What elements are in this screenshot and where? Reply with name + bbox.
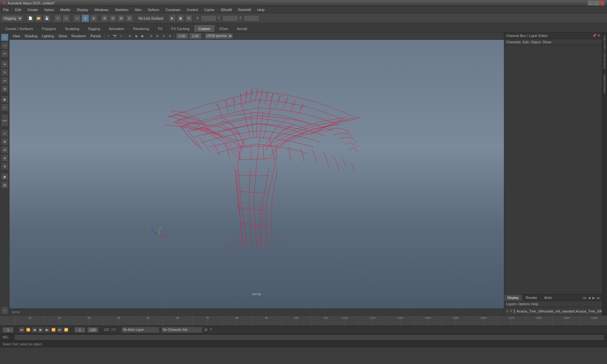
move-tool[interactable]: ✛ [1, 60, 9, 68]
menu-edit[interactable]: Edit [14, 7, 22, 12]
prev-keyframe-button[interactable]: ⏪ [25, 327, 31, 333]
save-file-button[interactable]: 💾 [43, 15, 50, 22]
channel-box-expand-button[interactable]: ⬆ [598, 34, 600, 37]
soft-modification-tool[interactable]: ◉ [1, 95, 9, 103]
show-manipulator[interactable]: ☉ [1, 104, 9, 111]
char-set-settings[interactable]: ⚙ [204, 328, 208, 332]
lasso-select-tool[interactable]: ⊸ [1, 42, 9, 49]
tab-fx-caching[interactable]: FX Caching [167, 25, 193, 32]
snap-surface-button[interactable]: ⊡ [126, 15, 133, 22]
char-set-label[interactable]: No Character Set [161, 327, 202, 333]
tab-curves-surfaces[interactable]: Curves / Surfaces [1, 25, 37, 32]
edge-tab-attribute-editor[interactable]: Attribute Editor [602, 72, 607, 96]
edge-tab-channel-box[interactable]: Channel Box / Layer Editor [602, 32, 607, 72]
menu-modify[interactable]: Modify [59, 7, 71, 12]
menu-deform[interactable]: Deform [147, 7, 161, 12]
tab-fx[interactable]: FX [154, 25, 167, 32]
layer-nav-back[interactable]: ◀ [587, 296, 591, 300]
menu-3dtool[interactable]: 3DtoAll [219, 7, 233, 12]
cb-tab-show[interactable]: Show [543, 40, 551, 44]
select-tool-button[interactable]: ⊹ [74, 15, 81, 22]
cb-tab-edit[interactable]: Edit [523, 40, 529, 44]
viewport-canvas[interactable]: X Y Z persp [9, 40, 504, 308]
loop-button[interactable]: 🔁 [63, 327, 69, 333]
rotate-tool[interactable]: ↻ [1, 69, 9, 76]
cb-sub-tab-options[interactable]: Options [518, 302, 530, 306]
menu-file[interactable]: File [2, 7, 10, 12]
cb-sub-tab-layers[interactable]: Layers [506, 302, 517, 306]
vp-icon-select[interactable]: ↖ [106, 33, 112, 39]
menu-display[interactable]: Display [76, 7, 89, 12]
layer-p-flag[interactable]: P [510, 310, 512, 313]
frame-end-input[interactable] [87, 327, 98, 333]
tab-polygons[interactable]: Polygons [38, 25, 60, 32]
vp-icon-cam1[interactable]: 📷 [112, 33, 118, 39]
vp-iso[interactable]: ⊗ [167, 33, 173, 39]
layer-v-flag[interactable]: V [506, 310, 508, 313]
misc-btn-2[interactable]: ▤ [1, 181, 9, 189]
menu-help[interactable]: Help [256, 7, 266, 12]
cb-tab-channels[interactable]: Channels [506, 40, 521, 44]
cb-btab-anim[interactable]: Anim [541, 294, 555, 301]
cb-sub-tab-help[interactable]: Help [531, 302, 538, 306]
frame-start-input[interactable] [74, 327, 85, 333]
menu-select[interactable]: Select [43, 7, 55, 12]
undo-button[interactable]: ↩ [54, 15, 61, 22]
layer-nav-forward[interactable]: ▶ [592, 296, 596, 300]
vp-menu-panels[interactable]: Panels [89, 33, 103, 39]
minimize-button[interactable]: ─ [588, 1, 593, 5]
select-tool[interactable]: ↖ [1, 33, 9, 41]
menu-redshift[interactable]: Redshift [237, 7, 252, 12]
paint-select-tool[interactable]: ✏ [1, 50, 9, 58]
tab-custom[interactable]: Custom [194, 25, 215, 32]
layer-tool-5[interactable]: ⊗ [1, 162, 9, 170]
vp-xray[interactable]: ◎ [161, 33, 167, 39]
cb-btab-render[interactable]: Render [523, 294, 540, 301]
render-region-button[interactable]: ◼ [177, 15, 184, 22]
vp-icon-cam2[interactable]: 🎥 [119, 33, 124, 39]
lasso-tool-button[interactable]: ⊗ [82, 15, 89, 22]
skip-to-end-button[interactable]: ⏭ [57, 327, 63, 333]
layer-color-swatch[interactable] [514, 309, 515, 313]
mode-select[interactable]: Rigging [1, 15, 23, 21]
menu-skin[interactable]: Skin [133, 7, 143, 12]
vp-hud[interactable]: ⊕ [155, 33, 160, 39]
next-keyframe-button[interactable]: ⏩ [51, 327, 56, 333]
render-settings-button[interactable]: ⚙ [185, 15, 192, 22]
current-frame-input[interactable] [3, 327, 14, 333]
open-file-button[interactable]: 📂 [35, 15, 42, 22]
gamma-select[interactable]: sRGB gamma [205, 33, 233, 39]
misc-btn-1[interactable]: ▣ [1, 173, 9, 180]
new-file-button[interactable]: 📄 [27, 15, 34, 22]
menu-cache[interactable]: Cache [203, 7, 216, 12]
tab-rendering[interactable]: Rendering [129, 25, 153, 32]
menu-constrain[interactable]: Constrain [164, 7, 182, 12]
layer-tool-2[interactable]: ≣ [1, 138, 9, 145]
universal-manipulator[interactable]: ⊞ [1, 85, 9, 93]
anim-layer-label[interactable]: No Anim Layer [121, 327, 159, 333]
camera-view1[interactable]: cam [1, 114, 8, 127]
vp-menu-renderer[interactable]: Renderer [70, 33, 88, 39]
snap-point-button[interactable]: ⊠ [118, 15, 125, 22]
title-bar-controls[interactable]: ─ □ ✕ [588, 1, 604, 5]
menu-create[interactable]: Create [26, 7, 39, 12]
menu-windows[interactable]: Windows [93, 7, 110, 12]
char-set-info[interactable]: ? [210, 328, 212, 332]
scale-tool[interactable]: ⇔ [1, 77, 9, 84]
y-input[interactable] [222, 15, 238, 21]
skip-to-start-button[interactable]: ⏮ [19, 327, 25, 333]
restore-button[interactable]: □ [594, 1, 599, 5]
vp-wireframe[interactable]: ⊞ [127, 33, 133, 39]
play-button[interactable]: ▶ [38, 327, 44, 333]
vp-menu-view[interactable]: View [11, 33, 22, 39]
prev-frame-button[interactable]: ◀ [32, 327, 37, 333]
paint-tool-button[interactable]: ⊕ [90, 15, 97, 22]
layer-nav-skip-start[interactable]: ⏮ [582, 296, 587, 300]
add-btn[interactable]: + [1, 306, 9, 314]
tab-arnold[interactable]: Arnold [233, 25, 251, 32]
layer-tool-3[interactable]: ⊟ [1, 146, 9, 154]
z-input[interactable] [244, 15, 260, 21]
close-button[interactable]: ✕ [599, 1, 604, 5]
vp-grid[interactable]: ⊟ [148, 33, 154, 39]
vp-menu-shading[interactable]: Shading [23, 33, 39, 39]
